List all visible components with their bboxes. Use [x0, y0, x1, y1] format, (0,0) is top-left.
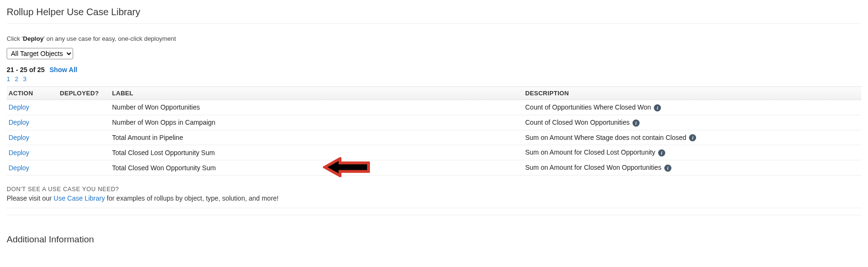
- deployed-cell: [58, 115, 110, 130]
- page-link-2[interactable]: 2: [15, 75, 18, 83]
- description-cell: Count of Closed Won Opportunitiesi: [523, 115, 861, 130]
- target-objects-select[interactable]: All Target Objects: [7, 48, 73, 59]
- row-label: Total Closed Won Opportunity Sum: [112, 164, 216, 172]
- label-cell: Number of Won Opps in Campaign: [110, 115, 523, 130]
- label-cell: Total Closed Won Opportunity Sum: [110, 160, 523, 175]
- description-cell: Sum on Amount for Closed Lost Opportunit…: [523, 145, 861, 160]
- col-deployed: DEPLOYED?: [58, 87, 110, 100]
- row-description: Sum on Amount for Closed Lost Opportunit…: [525, 148, 655, 156]
- info-icon[interactable]: i: [664, 165, 671, 172]
- additional-information-heading: Additional Information: [7, 222, 861, 250]
- deployed-cell: [58, 130, 110, 145]
- footer-pre: Please visit our: [7, 194, 54, 202]
- instruction-text: Click 'Deploy' on any use case for easy,…: [7, 30, 861, 46]
- use-case-library-link[interactable]: Use Case Library: [54, 194, 105, 202]
- row-description: Count of Opportunities Where Closed Won: [525, 103, 651, 111]
- page-title: Rollup Helper Use Case Library: [7, 0, 861, 23]
- instruction-post: ' on any use case for easy, one-click de…: [44, 35, 176, 42]
- table-row: DeployTotal Closed Won Opportunity SumSu…: [7, 160, 861, 175]
- info-icon[interactable]: i: [689, 134, 696, 141]
- divider: [7, 23, 861, 24]
- svg-marker-0: [325, 158, 368, 175]
- row-description: Sum on Amount Where Stage does not conta…: [525, 134, 686, 141]
- table-row: DeployTotal Closed Lost Opportunity SumS…: [7, 145, 861, 160]
- table-row: DeployNumber of Won Opps in CampaignCoun…: [7, 115, 861, 130]
- instruction-pre: Click ': [7, 35, 23, 42]
- label-cell: Number of Won Opportunities: [110, 100, 523, 115]
- table-header-row: ACTION DEPLOYED? LABEL DESCRIPTION: [7, 87, 861, 100]
- footer-text: Please visit our Use Case Library for ex…: [7, 194, 861, 202]
- pager: 1 2 3: [7, 74, 861, 86]
- page-link-3[interactable]: 3: [23, 75, 26, 83]
- col-action: ACTION: [7, 87, 58, 100]
- info-icon[interactable]: i: [632, 120, 640, 127]
- label-cell: Total Closed Lost Opportunity Sum: [110, 145, 523, 160]
- info-icon[interactable]: i: [658, 149, 665, 157]
- deployed-cell: [58, 145, 110, 160]
- description-cell: Sum on Amount for Closed Won Opportuniti…: [523, 160, 861, 175]
- page-link-1[interactable]: 1: [7, 75, 10, 83]
- deploy-link[interactable]: Deploy: [9, 149, 29, 157]
- deploy-link[interactable]: Deploy: [9, 164, 29, 172]
- deploy-link[interactable]: Deploy: [9, 103, 29, 111]
- table-row: DeployTotal Amount in PipelineSum on Amo…: [7, 130, 861, 145]
- usecase-table: ACTION DEPLOYED? LABEL DESCRIPTION Deplo…: [7, 86, 861, 175]
- col-label: LABEL: [110, 87, 523, 100]
- footer-post: for examples of rollups by object, type,…: [105, 194, 279, 202]
- row-label: Number of Won Opps in Campaign: [112, 119, 216, 126]
- instruction-bold: Deploy: [23, 35, 43, 42]
- deploy-link[interactable]: Deploy: [9, 119, 29, 126]
- label-cell: Total Amount in Pipeline: [110, 130, 523, 145]
- row-description: Count of Closed Won Opportunities: [525, 119, 630, 126]
- row-label: Number of Won Opportunities: [112, 103, 200, 111]
- deployed-cell: [58, 100, 110, 115]
- row-description: Sum on Amount for Closed Won Opportuniti…: [525, 164, 661, 171]
- description-cell: Count of Opportunities Where Closed Woni: [523, 100, 861, 115]
- deployed-cell: [58, 160, 110, 175]
- info-icon[interactable]: i: [654, 104, 661, 111]
- footer-title: DON'T SEE A USE CASE YOU NEED?: [7, 186, 861, 194]
- row-label: Total Closed Lost Opportunity Sum: [112, 149, 215, 157]
- divider: [7, 215, 861, 215]
- row-label: Total Amount in Pipeline: [112, 134, 183, 141]
- pagination-range: 21 - 25 of 25: [7, 66, 45, 74]
- description-cell: Sum on Amount Where Stage does not conta…: [523, 130, 861, 145]
- arrow-left-icon: [323, 157, 370, 178]
- deploy-link[interactable]: Deploy: [9, 134, 29, 141]
- show-all-link[interactable]: Show All: [49, 66, 77, 74]
- col-description: DESCRIPTION: [523, 87, 861, 100]
- table-row: DeployNumber of Won OpportunitiesCount o…: [7, 100, 861, 115]
